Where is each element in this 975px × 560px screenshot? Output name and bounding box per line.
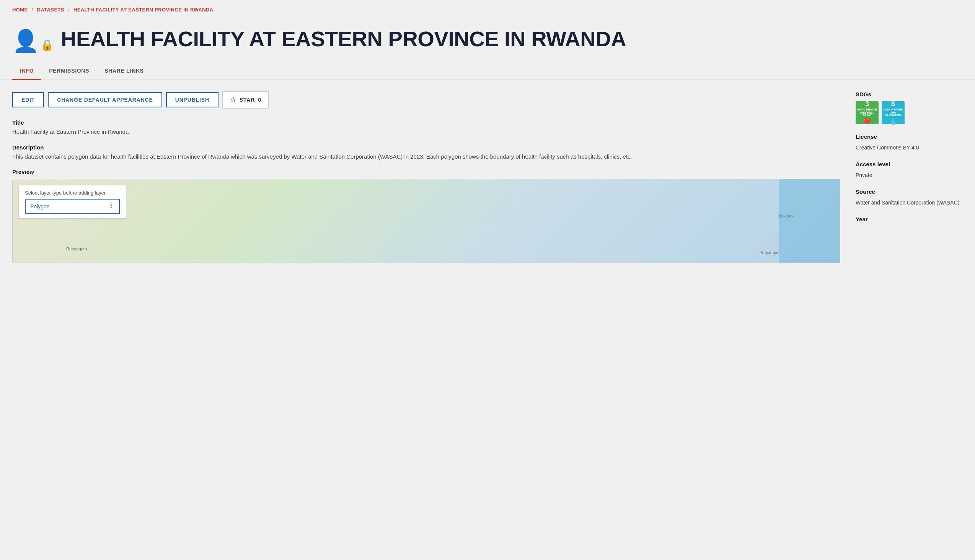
main-layout: EDIT CHANGE DEFAULT APPEARANCE UNPUBLISH… [0,80,975,274]
breadcrumb-home[interactable]: HOME [12,7,28,13]
license-label: License [856,133,963,140]
sdg-3-text: GOOD HEALTH AND WELL BEING [857,108,877,117]
map-label-kayanga: Kayanga• [761,250,779,255]
year-label: Year [856,216,963,222]
map-water-area [779,179,840,263]
map-background: Mweso• Ruhengeri• Bukoba• Kayanga• [13,179,840,263]
tab-share-links[interactable]: SHARE LINKS [97,62,152,80]
star-count: 0 [258,97,261,103]
source-label: Source [856,188,963,195]
sdg-badges: 3 GOOD HEALTH AND WELL BEING ❤️ 6 CLEAN … [856,101,963,124]
title-label: Title [12,119,840,126]
description-value: This dataset contains polygon data for h… [12,153,840,161]
tab-permissions[interactable]: PERMISSIONS [41,62,97,80]
tab-info[interactable]: INFO [12,62,41,80]
access-level-label: Access level [856,161,963,167]
license-value: Creative Commons BY 4.0 [856,144,963,152]
star-button[interactable]: ☆ STAR 0 [222,91,269,108]
sdgs-label: SDGs [856,91,963,97]
source-value: Water and Sanitation Corporation (WASAC) [856,199,963,207]
sdg-3-badge[interactable]: 3 GOOD HEALTH AND WELL BEING ❤️ [856,101,878,124]
sidebar: SDGs 3 GOOD HEALTH AND WELL BEING ❤️ 6 C… [840,91,963,226]
breadcrumb-sep1: / [32,7,33,13]
polygon-value: Polygon [30,203,50,210]
sdg-6-text: CLEAN WATER AND SANITATION [883,108,903,117]
header-section: 👤 🔒 HEALTH FACILITY AT EASTERN PROVINCE … [0,20,975,52]
select-arrow-icon: ⠇ [110,203,114,210]
page-title: HEALTH FACILITY AT EASTERN PROVINCE IN R… [61,27,626,51]
person-icon: 👤 [12,30,39,52]
page-wrapper: HOME / DATASETS / HEALTH FACILITY AT EAS… [0,0,975,560]
sdg-6-icon: 💧 [889,118,897,125]
sdg-3-number: 3 [865,100,869,107]
sdg-3-icon: ❤️ [863,118,871,125]
layer-selector-container: Select layer type before adding layer. P… [19,185,126,218]
star-icon: ☆ [230,95,236,104]
action-buttons: EDIT CHANGE DEFAULT APPEARANCE UNPUBLISH… [12,91,840,108]
breadcrumb-current: HEALTH FACILITY AT EASTERN PROVINCE IN R… [74,7,214,13]
edit-button[interactable]: EDIT [12,92,44,107]
tabs-bar: INFO PERMISSIONS SHARE LINKS [0,62,975,80]
sdg-6-number: 6 [891,100,895,107]
unpublish-button[interactable]: UNPUBLISH [166,92,219,107]
breadcrumb-datasets[interactable]: DATASETS [37,7,64,13]
sdg-6-badge[interactable]: 6 CLEAN WATER AND SANITATION 💧 [881,101,905,124]
title-value: Health Facility at Eastern Province in R… [12,128,840,137]
star-label: STAR [239,97,255,103]
breadcrumb-sep2: / [68,7,70,13]
access-level-value: Private [856,171,963,179]
change-appearance-button[interactable]: CHANGE DEFAULT APPEARANCE [48,92,162,107]
breadcrumb: HOME / DATASETS / HEALTH FACILITY AT EAS… [0,0,975,20]
description-label: Description [12,144,840,151]
lock-icon: 🔒 [40,38,54,51]
layer-selector-hint: Select layer type before adding layer. [25,190,120,196]
polygon-select[interactable]: Polygon ⠇ [25,199,120,214]
header-icon: 👤 🔒 [12,30,54,52]
map-preview: Mweso• Ruhengeri• Bukoba• Kayanga• Selec… [12,179,840,263]
preview-label: Preview [12,168,840,175]
main-content: EDIT CHANGE DEFAULT APPEARANCE UNPUBLISH… [12,91,840,263]
map-label-ruhengeri: Ruhengeri• [66,247,87,251]
